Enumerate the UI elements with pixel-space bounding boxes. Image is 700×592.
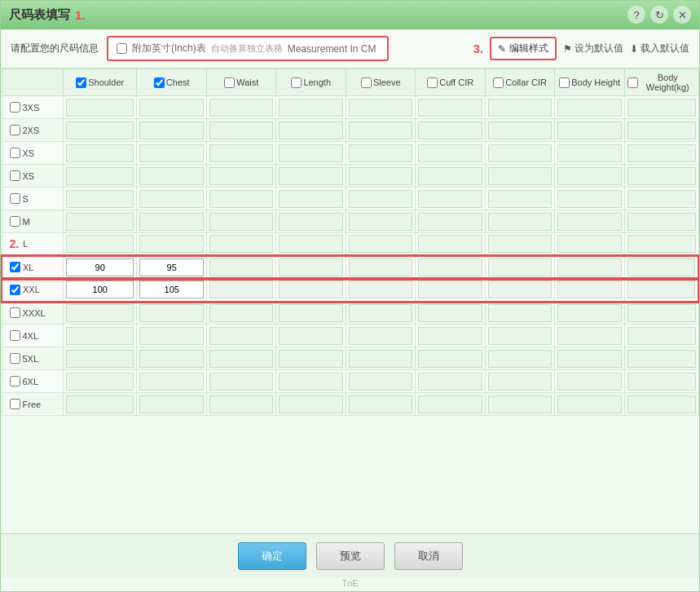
cell-input-chest[interactable] (139, 235, 204, 253)
cell-input-sleeve[interactable] (349, 144, 413, 162)
cell-input-shoulder[interactable] (66, 144, 134, 162)
confirm-button[interactable]: 确定 (238, 542, 306, 570)
cell-input-shoulder[interactable] (66, 373, 134, 391)
row-checkbox-m[interactable] (10, 216, 20, 227)
cell-input-chest[interactable] (139, 213, 204, 231)
cell-input-length[interactable] (279, 304, 343, 322)
cell-input-sleeve[interactable] (349, 167, 413, 185)
refresh-button[interactable]: ↻ (650, 6, 668, 24)
preview-button[interactable]: 预览 (316, 542, 385, 570)
cell-input-length[interactable] (279, 235, 343, 253)
row-checkbox-xs[interactable] (10, 170, 20, 181)
col-checkbox-collar[interactable] (493, 77, 504, 88)
cell-input-bodyweight[interactable] (627, 350, 696, 368)
cell-input-chest[interactable] (139, 190, 204, 208)
cell-input-length[interactable] (279, 190, 343, 208)
cell-input-waist[interactable] (209, 167, 274, 185)
col-checkbox-bodyweight[interactable] (627, 77, 638, 88)
cancel-button[interactable]: 取消 (394, 542, 463, 570)
cell-input-length[interactable] (279, 213, 343, 231)
cell-input-chest[interactable] (139, 281, 204, 298)
cell-input-collar[interactable] (488, 167, 553, 185)
row-checkbox-s[interactable] (10, 193, 20, 204)
cell-input-waist[interactable] (209, 304, 274, 322)
cell-input-waist[interactable] (209, 213, 274, 231)
col-checkbox-chest[interactable] (154, 77, 165, 88)
set-default-button[interactable]: ⚑ 设为默认值 (563, 42, 623, 55)
cell-input-cuff[interactable] (418, 373, 482, 391)
cell-input-shoulder[interactable] (66, 190, 134, 208)
row-checkbox-xl[interactable] (10, 262, 20, 272)
cell-input-length[interactable] (279, 327, 343, 345)
cell-input-bodyheight[interactable] (557, 167, 622, 185)
col-checkbox-waist[interactable] (224, 77, 235, 88)
cell-input-sleeve[interactable] (349, 304, 413, 322)
inch-checkbox[interactable] (117, 43, 127, 54)
load-default-button[interactable]: ⬇ 载入默认值 (630, 42, 689, 55)
cell-input-cuff[interactable] (418, 121, 482, 139)
cell-input-length[interactable] (279, 395, 343, 413)
cell-input-bodyweight[interactable] (627, 373, 696, 391)
row-checkbox-2xs[interactable] (10, 125, 20, 135)
cell-input-waist[interactable] (209, 258, 274, 276)
cell-input-collar[interactable] (488, 350, 553, 368)
cell-input-bodyheight[interactable] (557, 144, 622, 162)
cell-input-shoulder[interactable] (66, 121, 134, 139)
col-checkbox-sleeve[interactable] (361, 77, 372, 88)
cell-input-bodyweight[interactable] (627, 395, 696, 413)
cell-input-shoulder[interactable] (66, 167, 134, 185)
cell-input-collar[interactable] (488, 373, 553, 391)
cell-input-cuff[interactable] (418, 213, 482, 231)
cell-input-waist[interactable] (209, 373, 274, 391)
row-checkbox-4xl[interactable] (10, 330, 20, 341)
cell-input-chest[interactable] (139, 144, 204, 162)
cell-input-collar[interactable] (488, 144, 553, 162)
cell-input-length[interactable] (279, 258, 343, 276)
row-checkbox-free[interactable] (10, 399, 20, 409)
cell-input-bodyweight[interactable] (627, 190, 696, 208)
cell-input-bodyweight[interactable] (627, 258, 695, 276)
help-button[interactable]: ? (627, 6, 645, 24)
close-button[interactable]: ✕ (673, 6, 691, 24)
cell-input-waist[interactable] (209, 395, 274, 413)
cell-input-bodyweight[interactable] (627, 213, 696, 231)
row-checkbox-xs[interactable] (10, 148, 20, 158)
cell-input-sleeve[interactable] (349, 281, 413, 298)
cell-input-bodyweight[interactable] (627, 304, 696, 322)
cell-input-waist[interactable] (209, 190, 274, 208)
cell-input-shoulder[interactable] (66, 304, 134, 322)
cell-input-bodyweight[interactable] (627, 235, 696, 253)
col-checkbox-cuff[interactable] (427, 77, 438, 88)
cell-input-chest[interactable] (139, 395, 204, 413)
cell-input-chest[interactable] (139, 167, 204, 185)
cell-input-length[interactable] (279, 373, 343, 391)
cell-input-cuff[interactable] (418, 281, 482, 298)
cell-input-length[interactable] (279, 99, 343, 117)
cell-input-bodyweight[interactable] (627, 121, 696, 139)
cell-input-sleeve[interactable] (349, 190, 413, 208)
cell-input-sleeve[interactable] (349, 350, 413, 368)
row-checkbox-6xl[interactable] (10, 376, 20, 387)
cell-input-collar[interactable] (488, 327, 553, 345)
col-checkbox-bodyheight[interactable] (559, 77, 570, 88)
cell-input-cuff[interactable] (418, 99, 482, 117)
cell-input-chest[interactable] (139, 99, 204, 117)
row-checkbox-xxl[interactable] (10, 285, 20, 295)
cell-input-shoulder[interactable] (66, 395, 134, 413)
cell-input-shoulder[interactable] (66, 281, 134, 298)
cell-input-bodyheight[interactable] (557, 190, 622, 208)
cell-input-bodyweight[interactable] (627, 167, 696, 185)
cell-input-cuff[interactable] (418, 327, 482, 345)
cell-input-sleeve[interactable] (349, 213, 413, 231)
row-checkbox-5xl[interactable] (10, 353, 20, 364)
cell-input-cuff[interactable] (418, 190, 482, 208)
cell-input-waist[interactable] (209, 327, 274, 345)
cell-input-chest[interactable] (139, 258, 204, 276)
cell-input-cuff[interactable] (418, 395, 482, 413)
cell-input-collar[interactable] (488, 395, 553, 413)
cell-input-cuff[interactable] (418, 350, 482, 368)
col-checkbox-shoulder[interactable] (76, 77, 86, 88)
cell-input-chest[interactable] (139, 373, 204, 391)
cell-input-collar[interactable] (488, 99, 553, 117)
cell-input-length[interactable] (279, 167, 343, 185)
